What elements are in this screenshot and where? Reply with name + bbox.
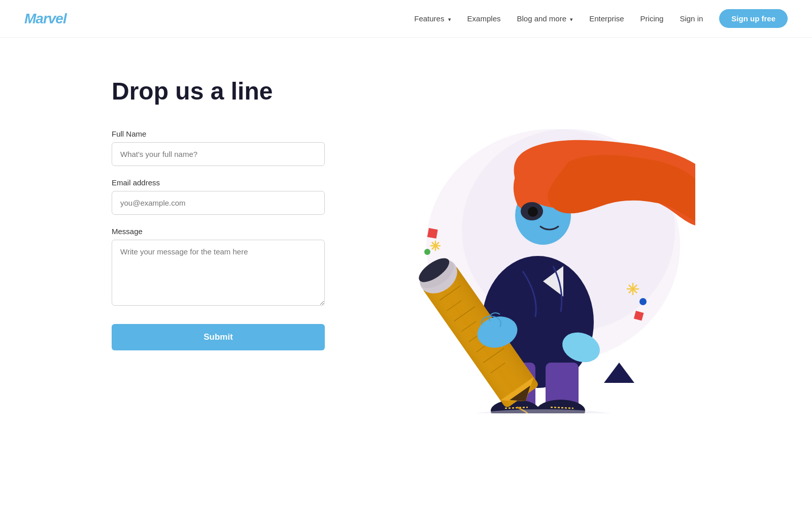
svg-point-3 bbox=[424, 249, 430, 255]
message-label: Message bbox=[112, 227, 325, 236]
contact-form: Full Name Email address Message Submit bbox=[112, 129, 325, 350]
logo[interactable]: Marvel bbox=[24, 11, 66, 27]
email-field-group: Email address bbox=[112, 178, 325, 215]
nav-item-features[interactable]: Features ▾ bbox=[414, 14, 451, 23]
nav-item-signup[interactable]: Sign up free bbox=[719, 9, 788, 28]
nav-item-enterprise[interactable]: Enterprise bbox=[589, 14, 624, 23]
chevron-down-icon: ▾ bbox=[448, 16, 451, 22]
main-content: Drop us a line Full Name Email address M… bbox=[51, 38, 761, 444]
navbar: Marvel Features ▾ Examples Blog and more… bbox=[0, 0, 812, 38]
nav-links: Features ▾ Examples Blog and more ▾ Ente… bbox=[414, 9, 788, 28]
signup-button[interactable]: Sign up free bbox=[719, 9, 788, 28]
nav-item-pricing[interactable]: Pricing bbox=[640, 14, 664, 23]
nav-item-signin[interactable]: Sign in bbox=[680, 14, 703, 23]
nav-item-examples[interactable]: Examples bbox=[467, 14, 501, 23]
contact-form-section: Drop us a line Full Name Email address M… bbox=[112, 78, 325, 350]
svg-rect-2 bbox=[427, 228, 438, 239]
name-input[interactable] bbox=[112, 142, 325, 166]
chevron-down-icon: ▾ bbox=[570, 16, 573, 22]
hero-illustration bbox=[350, 78, 695, 413]
illustration-section bbox=[325, 78, 721, 413]
svg-marker-14 bbox=[604, 363, 634, 383]
svg-point-43 bbox=[462, 409, 624, 413]
nav-item-blog[interactable]: Blog and more ▾ bbox=[517, 14, 573, 23]
email-label: Email address bbox=[112, 178, 325, 187]
message-field-group: Message bbox=[112, 227, 325, 308]
message-textarea[interactable] bbox=[112, 240, 325, 306]
page-title: Drop us a line bbox=[112, 78, 325, 105]
name-label: Full Name bbox=[112, 129, 325, 138]
email-input[interactable] bbox=[112, 191, 325, 215]
submit-button[interactable]: Submit bbox=[112, 324, 325, 350]
name-field-group: Full Name bbox=[112, 129, 325, 166]
svg-point-24 bbox=[528, 207, 538, 217]
svg-point-12 bbox=[639, 298, 647, 305]
